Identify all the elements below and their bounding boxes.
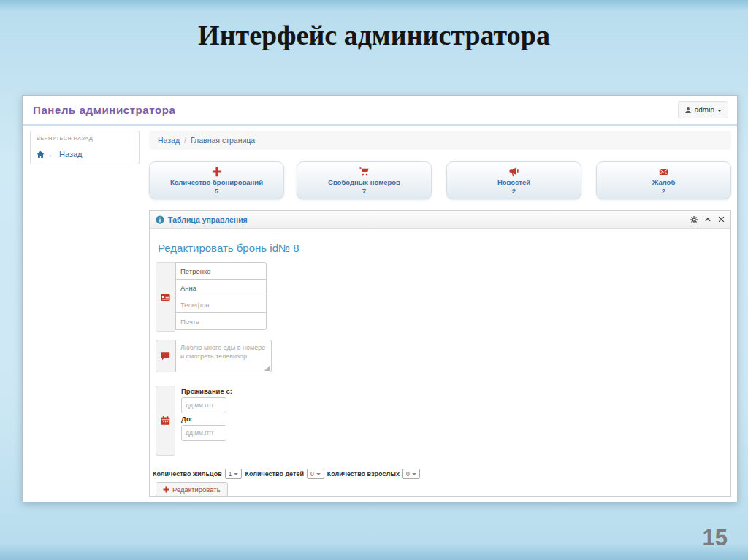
breadcrumb-separator: /	[184, 136, 186, 145]
form-heading: Редактировать бронь id№ 8	[158, 242, 299, 254]
counts-row: Количество жильцов 1 Количество детей 0 …	[153, 469, 420, 479]
slide-title: Интерфейс администратора	[0, 19, 748, 51]
panel-window-controls	[690, 216, 725, 223]
id-card-icon	[156, 262, 175, 332]
admin-panel-screenshot: Панель администратора admin ВЕРНУТЬСЯ НА…	[22, 95, 738, 502]
close-icon[interactable]	[718, 216, 725, 223]
tenants-count-label: Количество жильцов	[153, 470, 222, 477]
stat-card-complaints[interactable]: Жалоб 2	[596, 161, 731, 199]
user-menu-button[interactable]: admin	[678, 101, 728, 118]
stat-card-label: Свободных номеров	[328, 178, 400, 186]
chevron-up-icon[interactable]	[704, 216, 711, 223]
user-menu-label: admin	[695, 106, 714, 114]
stat-card-bookings[interactable]: Количество бронирований 5	[149, 161, 284, 199]
sidebar: ВЕРНУТЬСЯ НАЗАД ← Назад	[30, 131, 140, 164]
date-to-input[interactable]	[181, 425, 226, 441]
app-brand: Панель администратора	[33, 104, 176, 116]
stat-card-value: 2	[512, 187, 516, 195]
cart-icon	[359, 166, 370, 177]
chevron-down-icon	[234, 473, 238, 477]
arrow-left-icon: ←	[47, 150, 56, 158]
edit-submit-button[interactable]: Редактировать	[156, 482, 228, 497]
adults-count-select[interactable]: 0	[402, 469, 420, 479]
date-from-label: Проживание с:	[181, 387, 232, 395]
children-count-select[interactable]: 0	[307, 469, 324, 479]
adults-count-label: Количество взрослых	[327, 470, 400, 477]
envelope-icon	[658, 166, 669, 177]
management-panel: Таблица управления Редактировать бронь i…	[149, 210, 731, 497]
home-icon	[37, 150, 45, 158]
sidebar-header: ВЕРНУТЬСЯ НАЗАД	[31, 131, 139, 145]
chevron-down-icon	[412, 473, 416, 477]
stat-card-label: Количество бронирований	[170, 178, 263, 186]
email-input[interactable]	[175, 312, 267, 330]
comment-textarea-wrap	[175, 340, 272, 372]
stat-card-free-rooms[interactable]: Свободных номеров 7	[297, 161, 432, 199]
gear-icon[interactable]	[690, 216, 698, 223]
panel-title: Таблица управления	[168, 215, 248, 224]
breadcrumb: Назад / Главная страница	[149, 131, 731, 150]
slide-page-number: 15	[703, 525, 728, 551]
date-fields: Проживание с: До:	[175, 386, 232, 456]
panel-body: Редактировать бронь id№ 8	[150, 229, 730, 496]
sidebar-item-back[interactable]: ← Назад	[31, 145, 139, 164]
presentation-slide: Интерфейс администратора Панель админист…	[0, 0, 748, 560]
date-to-label: До:	[181, 415, 232, 423]
stat-card-label: Новостей	[497, 178, 530, 186]
phone-input[interactable]	[175, 296, 267, 313]
plus-icon	[163, 486, 169, 493]
chevron-down-icon	[316, 473, 321, 477]
stat-card-value: 2	[662, 187, 665, 195]
last-name-input[interactable]	[175, 262, 267, 280]
dates-group: Проживание с: До:	[156, 386, 232, 456]
edit-submit-label: Редактировать	[172, 486, 221, 494]
tenants-count-select[interactable]: 1	[225, 469, 243, 479]
breadcrumb-back-link[interactable]: Назад	[158, 136, 180, 145]
info-icon	[156, 215, 164, 224]
megaphone-icon	[508, 166, 519, 177]
comment-group	[156, 340, 272, 372]
comment-icon	[156, 340, 175, 372]
guest-inputs	[175, 262, 267, 332]
date-from-input[interactable]	[181, 397, 226, 413]
breadcrumb-current[interactable]: Главная страница	[191, 136, 255, 145]
person-icon	[684, 107, 692, 114]
sidebar-back-label: Назад	[59, 150, 83, 158]
stat-card-value: 5	[215, 187, 218, 195]
chevron-down-icon	[717, 110, 722, 114]
calendar-icon	[156, 386, 175, 456]
stat-card-news[interactable]: Новостей 2	[446, 161, 581, 199]
guest-info-group	[156, 262, 267, 332]
comment-textarea[interactable]	[175, 340, 272, 372]
app-header: Панель администратора admin	[23, 96, 737, 126]
plus-icon	[212, 166, 222, 177]
stat-card-label: Жалоб	[652, 178, 676, 186]
panel-header: Таблица управления	[150, 211, 730, 229]
children-count-label: Количество детей	[245, 470, 304, 477]
first-name-input[interactable]	[175, 279, 267, 296]
stat-card-value: 7	[362, 187, 366, 195]
